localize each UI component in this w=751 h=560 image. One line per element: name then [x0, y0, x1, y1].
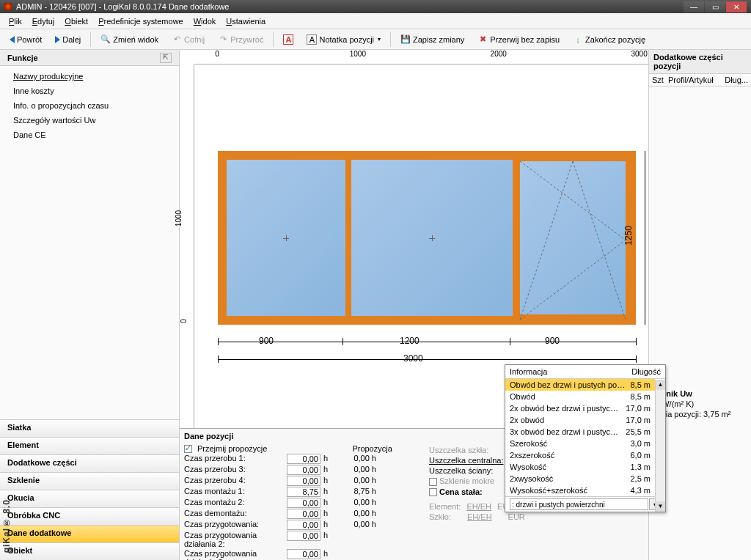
redo-icon: ↷: [218, 34, 228, 45]
maximize-button[interactable]: ▭: [705, 1, 725, 12]
titlebar: ADMIN - 120426 [007] - LogiKal 8.0.0.174…: [0, 0, 751, 13]
section-szklenie[interactable]: Szklenie: [0, 472, 179, 490]
menu-plik[interactable]: Plik: [4, 15, 26, 27]
info-row[interactable]: 3x obwód bez drzwi i pustych powierzchni…: [505, 426, 655, 438]
svg-line-0: [520, 161, 626, 240]
funkcje-item[interactable]: Inne koszty: [0, 84, 179, 98]
collapse-icon[interactable]: ⇱: [160, 53, 172, 63]
toolbar: Powrót Dalej 🔍Zmień widok ↶Cofnij ↷Przyw…: [0, 29, 751, 50]
time-label: Czas demontażu:: [184, 509, 287, 519]
note-a-button[interactable]: A: [278, 32, 298, 47]
funkcje-item[interactable]: Info. o propozycjach czasu: [0, 98, 179, 113]
time-input[interactable]: [287, 509, 320, 519]
time-input[interactable]: [287, 465, 320, 475]
section-obiekt[interactable]: Obiekt: [0, 542, 179, 560]
menu-edytuj[interactable]: Edytuj: [28, 15, 59, 27]
abort-button[interactable]: ✖Przerwij bez zapisu: [472, 32, 565, 47]
arrow-left-icon: [10, 36, 15, 43]
info-row[interactable]: Obwód bez drzwi i pustych powierzchni8,5…: [505, 379, 655, 391]
time-input[interactable]: [287, 454, 320, 464]
svg-line-3: [573, 161, 626, 320]
view-icon: 🔍: [100, 34, 111, 45]
time-label: Czas przerobu 4:: [184, 476, 287, 486]
window-title: ADMIN - 120426 [007] - LogiKal 8.0.0.174…: [16, 2, 229, 11]
time-input[interactable]: [287, 476, 320, 486]
tilt-turn-icon: [520, 161, 626, 320]
cena-checkbox[interactable]: [429, 488, 437, 496]
save-button[interactable]: 💾Zapisz zmiany: [395, 32, 469, 47]
check-icon: ↓: [573, 34, 583, 45]
info-row[interactable]: 2xszerokość6,0 m: [505, 449, 655, 461]
scroll-up-icon[interactable]: ▲: [656, 380, 665, 390]
funkcje-item[interactable]: Dane CE: [0, 128, 179, 142]
info-row[interactable]: 2xwysokość2,5 m: [505, 473, 655, 485]
ruler-vertical: 1000 0: [180, 65, 194, 428]
time-input[interactable]: [287, 487, 320, 497]
popup-dropdown[interactable]: ▾: [505, 496, 665, 512]
menubar: Plik Edytuj Obiekt Predefinicje systemow…: [0, 13, 751, 29]
close-button[interactable]: ✕: [726, 1, 747, 12]
scroll-down-icon[interactable]: ▼: [656, 501, 665, 512]
dimension-label: 1200: [400, 336, 420, 346]
separator: [90, 32, 91, 47]
time-input[interactable]: [287, 531, 320, 541]
funkcje-item[interactable]: Szczegóły wartości Uw: [0, 113, 179, 128]
info-row[interactable]: Wysokość1,3 m: [505, 461, 655, 473]
dimension-total: 3000: [403, 353, 423, 364]
popup-dropdown-input[interactable]: [510, 498, 648, 510]
svg-line-2: [520, 161, 573, 320]
note-pos-button[interactable]: ANotatka pozycji▾: [301, 32, 386, 47]
ruler-horizontal: 0 1000 2000 3000: [194, 50, 648, 65]
szklenie-checkbox[interactable]: [429, 478, 437, 486]
section-element[interactable]: Element: [0, 437, 179, 454]
section-czesci[interactable]: Dodatkowe części: [0, 454, 179, 472]
menu-widok[interactable]: Widok: [189, 15, 221, 27]
time-label: Czas montażu 2:: [184, 498, 287, 508]
pane-3: [516, 157, 630, 319]
section-okucia[interactable]: Okucia: [0, 490, 179, 507]
time-input[interactable]: [287, 549, 320, 559]
minimize-button[interactable]: —: [684, 1, 704, 12]
time-input[interactable]: [287, 498, 320, 508]
info-row[interactable]: Obwód8,5 m: [505, 391, 655, 402]
menu-ustaw[interactable]: Ustawienia: [221, 15, 270, 27]
undo-icon: ↶: [172, 34, 182, 45]
section-dodatkowe[interactable]: Dane dodatkowe: [0, 525, 179, 542]
info-row[interactable]: 2x obwód bez drzwi i pustych powierzchni…: [505, 402, 655, 414]
right-panel-head: Dodatkowe części pozycji: [649, 50, 751, 74]
sidebar: Funkcje ⇱ Nazwy produkcyjne Inne koszty …: [0, 50, 180, 560]
dimension-line: [218, 342, 636, 342]
funkcje-item[interactable]: Nazwy produkcyjne: [0, 69, 179, 84]
pane-1: [224, 157, 348, 319]
change-view-button[interactable]: 🔍Zmień widok: [95, 32, 164, 47]
finish-button[interactable]: ↓Zakończ pozycję: [568, 32, 651, 47]
redo-button: ↷Przywróć: [213, 32, 268, 47]
brand-label: giKal® 8.0: [1, 499, 12, 553]
time-label: Czas przerobu 1:: [184, 454, 287, 464]
dimension-line-v: [645, 151, 645, 325]
dimension-height: 1250: [623, 226, 634, 246]
x-icon: ✖: [477, 34, 488, 45]
next-button[interactable]: Dalej: [50, 33, 86, 46]
undo-button: ↶Cofnij: [166, 32, 210, 47]
info-popup: InformacjaDługość Obwód bez drzwi i pust…: [505, 364, 666, 512]
right-panel-columns: Szt Profil/Artykuł Dług...: [649, 74, 751, 86]
przejmij-checkbox[interactable]: [184, 445, 192, 453]
funkcje-list: Nazwy produkcyjne Inne koszty Info. o pr…: [0, 66, 179, 145]
menu-predef[interactable]: Predefinicje systemowe: [94, 15, 188, 27]
menu-obiekt[interactable]: Obiekt: [60, 15, 92, 27]
back-button[interactable]: Powrót: [4, 33, 47, 46]
info-row[interactable]: Wysokość+szerokość4,3 m: [505, 485, 655, 496]
letter-a-icon: A: [283, 34, 293, 45]
info-row[interactable]: 2x obwód17,0 m: [505, 414, 655, 426]
info-row[interactable]: Szerokość3,0 m: [505, 438, 655, 449]
time-input[interactable]: [287, 520, 320, 530]
funkcje-header: Funkcje ⇱: [0, 50, 179, 66]
separator: [390, 32, 391, 47]
time-label: Czas montażu 1:: [184, 487, 287, 497]
pane-2: [348, 157, 516, 319]
app-icon: [4, 3, 12, 10]
section-siatka[interactable]: Siatka: [0, 419, 179, 437]
section-cnc[interactable]: Obróbka CNC: [0, 507, 179, 525]
popup-scrollbar[interactable]: ▲ ▼: [655, 380, 665, 512]
